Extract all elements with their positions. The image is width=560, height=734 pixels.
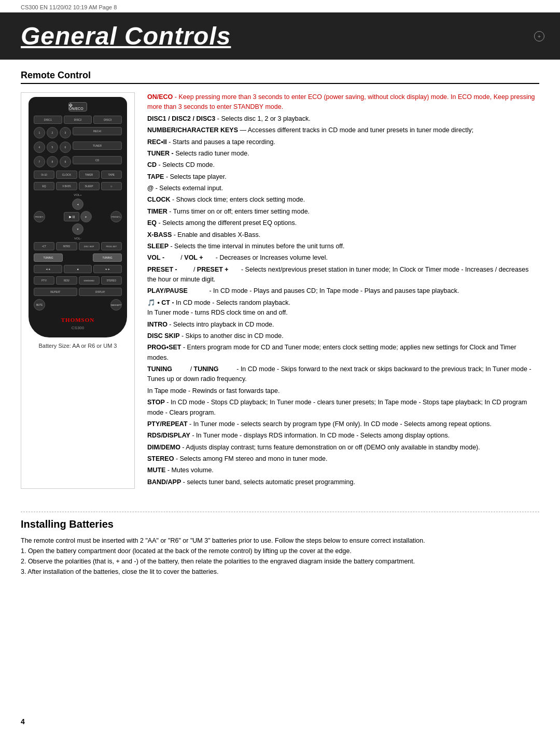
- disc1-button[interactable]: DISC1: [34, 116, 62, 124]
- desc-clock: CLOCK - Shows clock time; enters clock s…: [147, 195, 539, 205]
- display-button[interactable]: DISPLAY: [79, 288, 122, 296]
- descriptions: ON/ECO - Keep pressing more than 3 secon…: [147, 92, 539, 489]
- disc2-button[interactable]: DISC2: [64, 116, 92, 124]
- btn-5[interactable]: 5: [47, 142, 58, 153]
- pty-button[interactable]: PTY/: [34, 276, 54, 285]
- desc-number-keys: NUMBER/CHARACTER KEYS — Accesses differe…: [147, 125, 539, 135]
- repeat-button[interactable]: RE/PEAT: [34, 288, 77, 296]
- desc-tuning: TUNING / TUNING - In CD mode - Skips for…: [147, 364, 539, 385]
- tuning-buttons-row: ◄◄ ■ ►►: [34, 265, 122, 273]
- disc-skip-button[interactable]: DISC SKIP: [79, 242, 100, 250]
- desc-dim-demo: DIM/DEMO - Adjusts display contrast; tur…: [147, 443, 539, 453]
- desc-stereo: STEREO - Selects among FM stereo and mon…: [147, 454, 539, 464]
- install-para-1: 1. Open the battery compartment door (lo…: [21, 546, 539, 556]
- desc-xbass: X-BASS - Enable and disables X-Bass.: [147, 230, 539, 240]
- clock-button[interactable]: CLOCK: [56, 171, 77, 179]
- intro-button[interactable]: INTRO: [56, 242, 77, 250]
- mode-row: PTY/ RDS/ DIM/DEMO STEREO: [34, 276, 122, 285]
- func-row-1: 0/+10 CLOCK TIMER TAPE: [34, 171, 122, 179]
- install-para-2: 2. Observe the polarities (that is, + an…: [21, 556, 539, 567]
- page-title: General Controls: [21, 22, 539, 50]
- btn-8[interactable]: 8: [47, 156, 58, 167]
- desc-on-eco: ON/ECO - Keep pressing more than 3 secon…: [147, 92, 539, 112]
- remote-control-title: Remote Control: [21, 70, 539, 84]
- up-arrow-button[interactable]: ◄: [72, 199, 83, 210]
- play-pause-button[interactable]: ►II: [64, 212, 79, 221]
- ct-button[interactable]: •CT: [34, 242, 54, 250]
- band-app-button[interactable]: BAND/APP: [110, 299, 122, 310]
- nav-center: ◄ ►II ► ▼: [64, 199, 92, 235]
- sleep-button[interactable]: SLEEP: [79, 182, 100, 190]
- desc-tuner: TUNER - Selects radio tuner mode.: [147, 149, 539, 159]
- battery-label: Battery Size: AA or R6 or UM 3: [38, 342, 117, 350]
- nav-row: PRESET- ◄ ►II ► ▼ PRESET+: [34, 199, 122, 235]
- desc-vol: VOL - / VOL + - Decreases or Increases v…: [147, 253, 539, 263]
- timer-button[interactable]: TIMER: [79, 171, 100, 179]
- prog-set-button[interactable]: PROG-SET: [101, 242, 122, 250]
- desc-rds-display: RDS/DISPLAY - In Tuner mode - displays R…: [147, 431, 539, 441]
- install-para-0: The remote control must be inserted with…: [21, 535, 539, 546]
- vol-minus-label: VOL-: [34, 237, 122, 240]
- desc-rec: REC•II - Starts and pauses a tape record…: [147, 137, 539, 147]
- desc-ext: @ - Selects external input.: [147, 184, 539, 193]
- transport-row: •CT INTRO DISC SKIP PROG-SET: [34, 242, 122, 250]
- mute-button[interactable]: MUTE: [34, 299, 45, 310]
- main-content: Remote Control ⏻ ON/ECO DISC1 DISC2 DISC…: [0, 60, 560, 587]
- btn-9[interactable]: 9: [60, 156, 71, 167]
- tuning-label-left: TUNING: [34, 253, 63, 262]
- preset-minus-button[interactable]: PRESET-: [34, 211, 45, 222]
- desc-ct: 🎵 • CT - In CD mode - Selects random pla…: [147, 298, 539, 318]
- eq-button[interactable]: EQ: [34, 182, 54, 190]
- desc-mute: MUTE - Mutes volume.: [147, 465, 539, 475]
- cd-button[interactable]: CD: [73, 156, 122, 164]
- desc-eq: EQ - Selects among the different preset …: [147, 218, 539, 228]
- btn-3[interactable]: 3: [60, 127, 71, 138]
- page-number: 4: [21, 717, 25, 726]
- btn-7[interactable]: 7: [34, 156, 45, 167]
- desc-disc: DISC1 / DISC2 / DISC3 - Selects disc 1, …: [147, 114, 539, 124]
- on-eco-label: ON/ECO: [147, 93, 173, 101]
- dim-demo-button[interactable]: DIM/DEMO: [79, 276, 100, 285]
- disc-row: DISC1 DISC2 DISC3: [34, 116, 122, 124]
- btn-0plus10[interactable]: 0/+10: [34, 171, 54, 179]
- xbass-button[interactable]: X BASS: [56, 182, 77, 190]
- desc-timer: TIMER - Turns timer on or off; enters ti…: [147, 207, 539, 217]
- desc-sleep: SLEEP - Selects the time interval in min…: [147, 242, 539, 251]
- btn-2[interactable]: 2: [47, 127, 58, 138]
- desc-tape: TAPE - Selects tape player.: [147, 172, 539, 182]
- btn-4[interactable]: 4: [34, 142, 45, 153]
- preset-plus-button[interactable]: PRESET+: [110, 211, 122, 222]
- remote-brand: THOMSON: [61, 317, 94, 323]
- disc3-button[interactable]: DISC3: [93, 116, 122, 124]
- mute-row: MUTE BAND/APP: [34, 299, 122, 310]
- tuner-button[interactable]: TUNER: [73, 142, 122, 150]
- btn-6[interactable]: 6: [60, 142, 71, 153]
- title-banner: General Controls: [0, 12, 560, 60]
- install-para-3: 3. After installation of the batteries, …: [21, 567, 539, 577]
- vol-label: VOL+: [34, 193, 122, 196]
- tuning-forward-button[interactable]: ►►: [93, 265, 122, 273]
- desc-cd: CD - Selects CD mode.: [147, 160, 539, 170]
- right-arrow-button[interactable]: ►: [80, 211, 92, 222]
- num-row-1: 1 2 3 REC•II: [34, 127, 122, 138]
- rds-button[interactable]: RDS/: [56, 276, 77, 285]
- down-arrow-button[interactable]: ▼: [72, 223, 83, 235]
- btn-1[interactable]: 1: [34, 127, 45, 138]
- remote-section: ⏻ ON/ECO DISC1 DISC2 DISC3 1 2 3 REC•II: [21, 92, 539, 489]
- stereo-button[interactable]: STEREO: [101, 276, 122, 285]
- desc-stop: STOP - In CD mode - Stops CD playback; I…: [147, 398, 539, 418]
- desc-band-app: BAND/APP - selects tuner band, selects a…: [147, 477, 539, 487]
- ext-button[interactable]: ☺: [101, 182, 122, 190]
- remote-top-row: ⏻ ON/ECO: [68, 102, 87, 111]
- stop-button[interactable]: ■: [64, 265, 92, 273]
- num-row-2: 4 5 6 TUNER: [34, 142, 122, 153]
- power-button[interactable]: ⏻ ON/ECO: [68, 102, 87, 111]
- repeat-row: RE/PEAT DISPLAY: [34, 288, 122, 296]
- desc-pty-repeat: PTY/REPEAT - In Tuner mode - selects sea…: [147, 419, 539, 429]
- num-row-3: 7 8 9 CD: [34, 156, 122, 167]
- installing-batteries-text: The remote control must be inserted with…: [21, 535, 539, 577]
- tuning-back-button[interactable]: ◄◄: [34, 265, 62, 273]
- installing-batteries-title: Installing Batteries: [21, 518, 539, 530]
- tape-button[interactable]: TAPE: [101, 171, 122, 179]
- rec-button[interactable]: REC•II: [73, 127, 122, 135]
